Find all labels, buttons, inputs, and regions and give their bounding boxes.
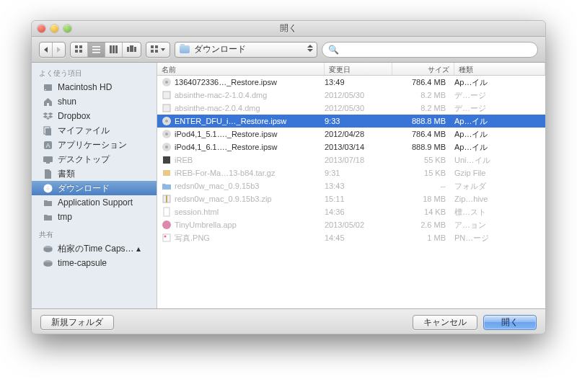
file-icon (162, 116, 172, 126)
column-headers: 名前 変更日 サイズ 種類 (157, 63, 545, 76)
svg-point-47 (162, 220, 171, 229)
col-size[interactable]: サイズ (392, 63, 454, 75)
sidebar-item-allfiles[interactable]: マイファイル (32, 123, 157, 138)
downloads-icon (42, 182, 53, 194)
file-icon (162, 181, 172, 191)
sidebar-item-timecapsule[interactable]: 柏家のTime Caps… ▴ (32, 241, 157, 256)
file-icon (162, 90, 172, 100)
sidebar-shared-header: 共有 (32, 227, 157, 241)
file-size: 786.4 MB (392, 78, 454, 86)
allfiles-icon (42, 125, 53, 136)
file-name: iPod4,1_5.1…._Restore.ipsw (175, 130, 277, 138)
svg-rect-24 (46, 162, 50, 164)
sidebar-item-docs[interactable]: 書類 (32, 166, 157, 181)
file-modified: 9:33 (325, 117, 392, 125)
file-row[interactable]: session.html14:3614 KB標…スト (157, 205, 545, 218)
svg-rect-3 (79, 50, 82, 53)
file-size: 1 MB (392, 233, 454, 242)
desktop-icon (42, 153, 53, 165)
sidebar-item-home[interactable]: shun (32, 94, 157, 109)
file-row[interactable]: 1364072336…_Restore.ipsw13:49786.4 MBAp…… (157, 76, 545, 89)
svg-point-39 (165, 133, 168, 135)
file-modified: 13:43 (325, 182, 392, 190)
icon-view-button[interactable] (71, 43, 88, 57)
svg-point-37 (165, 120, 168, 122)
file-kind: PN…ージ (454, 233, 545, 244)
svg-rect-5 (92, 49, 100, 50)
sidebar-item-desktop[interactable]: デスクトップ (32, 152, 157, 166)
back-button[interactable] (40, 43, 53, 57)
svg-rect-9 (115, 45, 118, 53)
col-kind[interactable]: 種類 (454, 63, 545, 75)
file-row[interactable]: redsn0w_mac_0.9.15b313:43--フォルダ (157, 179, 545, 192)
file-row[interactable]: iREB-For-Ma…13-b84.tar.gz9:3115 KBGzip F… (157, 166, 545, 179)
file-name: iPod4,1_6.1…._Restore.ipsw (175, 143, 277, 151)
file-row[interactable]: iPod4,1_5.1…._Restore.ipsw2012/04/28786.… (157, 128, 545, 141)
svg-rect-0 (75, 45, 78, 48)
drive-icon (42, 81, 53, 93)
sidebar-favorites-header: よく使う項目 (32, 66, 157, 80)
sidebar-item-drive[interactable]: Macintosh HD (32, 80, 157, 94)
column-view-button[interactable] (105, 43, 123, 57)
svg-point-31 (43, 260, 52, 264)
svg-text:A: A (45, 142, 50, 149)
file-name: absinthe-mac-2-1.0.4.dmg (175, 91, 267, 99)
col-name[interactable]: 名前 (157, 63, 325, 75)
file-modified: 2012/04/28 (325, 130, 392, 138)
sidebar-item-label: デスクトップ (58, 153, 110, 166)
list-view-button[interactable] (88, 43, 105, 57)
coverflow-view-button[interactable] (123, 43, 141, 57)
cancel-button[interactable]: キャンセル (413, 315, 477, 330)
file-kind: Ap…イル (454, 77, 545, 88)
search-icon: 🔍 (328, 45, 339, 55)
sidebar-item-label: アプリケーション (58, 139, 127, 151)
sidebar-item-apps[interactable]: Aアプリケーション (32, 138, 157, 152)
file-size: 786.4 MB (392, 130, 454, 138)
svg-rect-46 (164, 208, 169, 216)
col-modified[interactable]: 変更日 (325, 63, 392, 75)
file-modified: 15:11 (325, 195, 392, 203)
file-size: 8.2 MB (392, 91, 454, 99)
forward-button[interactable] (53, 43, 65, 57)
svg-rect-42 (163, 156, 170, 164)
svg-rect-48 (163, 234, 170, 241)
arrange-menu[interactable] (146, 42, 170, 58)
sidebar-item-dropbox[interactable]: Dropbox (32, 109, 157, 123)
sidebar-item-downloads[interactable]: ダウンロード (32, 181, 157, 195)
file-name: redsn0w_mac_0.9.15b3.zip (175, 195, 272, 203)
svg-point-28 (43, 246, 52, 250)
file-size: -- (392, 182, 454, 190)
svg-rect-14 (155, 45, 158, 48)
file-row[interactable]: ENTER_DFU_i…_Restore.ipsw9:33888.8 MBAp…… (157, 115, 545, 128)
location-popup[interactable]: ダウンロード (175, 42, 317, 58)
file-row[interactable]: iPod4,1_6.1…._Restore.ipsw2013/03/14888.… (157, 141, 545, 153)
folder-icon (42, 197, 53, 208)
file-row[interactable]: absinthe-mac-2.0.4.dmg2012/05/308.2 MBデ…… (157, 102, 545, 115)
file-row[interactable]: 写真.PNG14:451 MBPN…ージ (157, 231, 545, 244)
svg-point-41 (165, 146, 168, 148)
file-size: 55 KB (392, 156, 454, 164)
file-modified: 2013/03/14 (325, 143, 392, 151)
view-mode-segmented (70, 42, 141, 58)
sidebar-item-folder[interactable]: tmp (32, 210, 157, 224)
file-modified: 13:49 (325, 78, 392, 86)
sidebar-item-label: tmp (58, 212, 72, 222)
file-row[interactable]: TinyUmbrella.app2013/05/022.6 MBア…ョン (157, 218, 545, 231)
file-name: ENTER_DFU_i…_Restore.ipsw (175, 117, 286, 125)
file-row[interactable]: redsn0w_mac_0.9.15b3.zip15:1118 MBZip…hi… (157, 192, 545, 205)
search-input[interactable] (342, 45, 532, 54)
sidebar-item-folder[interactable]: Application Support (32, 195, 157, 210)
file-row[interactable]: iREB2013/07/1855 KBUni…イル (157, 153, 545, 166)
file-modified: 2013/07/18 (325, 156, 392, 164)
sidebar-item-timecapsule[interactable]: time-capsule (32, 256, 157, 270)
sidebar-item-label: Application Support (58, 197, 133, 208)
file-name: redsn0w_mac_0.9.15b3 (175, 182, 259, 190)
titlebar[interactable]: 開く (32, 21, 545, 37)
svg-rect-2 (75, 50, 78, 53)
new-folder-button[interactable]: 新規フォルダ (40, 315, 114, 330)
file-row[interactable]: absinthe-mac-2-1.0.4.dmg2012/05/308.2 MB… (157, 89, 545, 102)
open-button[interactable]: 開く (483, 315, 537, 330)
home-icon (42, 96, 53, 107)
file-size: 18 MB (392, 195, 454, 203)
svg-rect-35 (163, 104, 170, 112)
